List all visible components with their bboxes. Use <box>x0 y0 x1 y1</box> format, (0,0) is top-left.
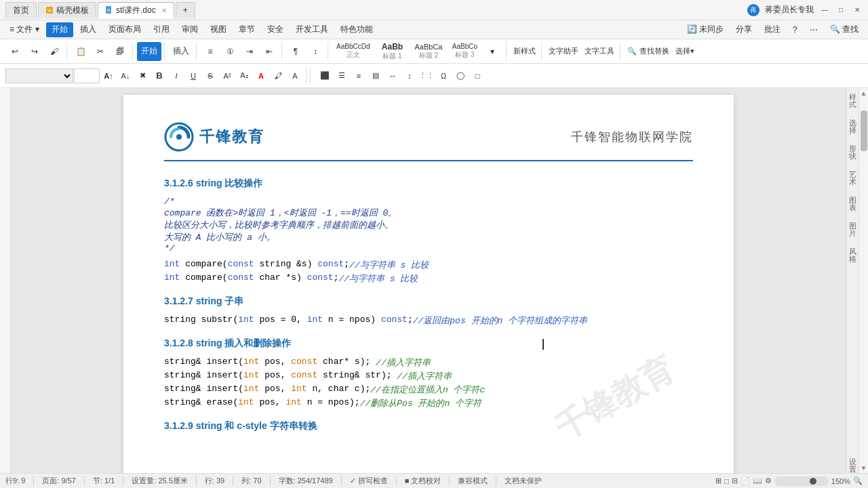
scroll-thumb[interactable] <box>861 110 867 151</box>
view-split-button[interactable]: ⊟ <box>732 476 738 485</box>
section-3126-title: 3.1.2.6 string 比较操作 <box>164 178 693 190</box>
right-panel-settings[interactable]: 设置 <box>849 458 856 473</box>
doc-area[interactable]: 千锋教育 千锋智能物联网学院 3.1.2.6 string 比较操作 /* co… <box>11 88 846 473</box>
format-painter-button[interactable]: 🖌 <box>45 42 64 61</box>
superscript-button[interactable]: A² <box>219 68 235 84</box>
minimize-button[interactable]: — <box>819 5 830 16</box>
menu-file[interactable]: ≡ 文件 ▾ <box>4 22 45 37</box>
menu-chapter[interactable]: 章节 <box>233 22 260 37</box>
zoom-icon[interactable]: 🔍 <box>853 476 863 485</box>
style-more-button[interactable]: ▾ <box>483 42 502 61</box>
paragraph-button[interactable]: ¶ <box>286 42 305 61</box>
style-heading2[interactable]: AaBbCa 标题 2 <box>410 41 446 62</box>
status-align[interactable]: ■ 文档校对 <box>405 476 441 486</box>
menu-features[interactable]: 特色功能 <box>335 22 378 37</box>
menu-security[interactable]: 安全 <box>262 22 289 37</box>
insert-button[interactable]: 插入 <box>169 42 193 61</box>
shapes-button[interactable]: ◯ <box>452 68 469 84</box>
bullet-list-button[interactable]: ≡ <box>201 42 220 61</box>
align-left-button[interactable]: ⬛ <box>317 68 333 84</box>
font-name-select[interactable] <box>5 68 73 83</box>
paste-button[interactable]: 📋 <box>71 42 90 61</box>
find-replace-button[interactable]: 🔍 查找替换 <box>625 42 671 61</box>
view-settings-button[interactable]: ⚙ <box>765 476 772 485</box>
italic-button[interactable]: I <box>168 68 184 84</box>
strikethrough-button[interactable]: S <box>202 68 218 84</box>
font-size-down-button[interactable]: A↓ <box>117 68 134 84</box>
sort-button[interactable]: ↕ <box>306 42 325 61</box>
distribute-button[interactable]: ↔ <box>384 68 401 84</box>
tab-template[interactable]: W 稿壳模板 <box>38 2 96 18</box>
redo-button[interactable]: ↪ <box>25 42 44 61</box>
begin-tab-button[interactable]: 开始 <box>137 42 161 61</box>
menu-sync[interactable]: 🔄 未同步 <box>682 22 729 37</box>
svg-text:W: W <box>47 8 52 13</box>
highlight-button[interactable]: 🖍 <box>270 68 286 84</box>
status-spell[interactable]: ✓ 拼写检查 <box>350 476 388 486</box>
menu-view[interactable]: 视图 <box>205 22 232 37</box>
copy-button[interactable]: 🗐 <box>111 42 130 61</box>
menu-review[interactable]: 审阅 <box>176 22 203 37</box>
columns-button[interactable]: ⋮⋮ <box>418 68 435 84</box>
right-panel-shape[interactable]: 形状 <box>849 145 856 160</box>
clear-format-button[interactable]: ✖ <box>134 68 151 84</box>
watermark-button[interactable]: □ <box>469 68 486 84</box>
tab-doc[interactable]: W stl课件.doc ✕ <box>98 2 174 18</box>
font-size-input[interactable] <box>74 68 100 83</box>
text-tool-button[interactable]: 文字工具 <box>582 42 617 61</box>
maximize-button[interactable]: □ <box>835 5 846 16</box>
subscript-button[interactable]: A₂ <box>236 68 252 84</box>
menu-page-layout[interactable]: 页面布局 <box>103 22 146 37</box>
undo-button[interactable]: ↩ <box>5 42 24 61</box>
menu-insert[interactable]: 插入 <box>75 22 102 37</box>
menu-search[interactable]: 🔍 查找 <box>825 22 864 37</box>
right-panel-chart[interactable]: 图表 <box>849 197 856 211</box>
cut-button[interactable]: ✂ <box>91 42 110 61</box>
align-right-button[interactable]: ▤ <box>368 68 384 84</box>
menu-reference[interactable]: 引用 <box>148 22 175 37</box>
tab-doc-close[interactable]: ✕ <box>161 7 167 14</box>
menu-annotation[interactable]: 批注 <box>759 22 786 37</box>
menu-more[interactable]: ⋯ <box>804 22 823 37</box>
close-button[interactable]: ✕ <box>852 5 863 16</box>
font-color-button[interactable]: A <box>253 68 269 84</box>
align-center-button[interactable]: ☰ <box>334 68 350 84</box>
title-bar: 首页 W 稿壳模板 W stl课件.doc ✕ + 蒋 蒋委员长专我 — □ ✕ <box>0 0 868 20</box>
bold-button[interactable]: B <box>151 68 167 84</box>
scroll-down-button[interactable]: ▼ <box>859 464 868 473</box>
select-button[interactable]: 选择▾ <box>673 42 697 61</box>
line-spacing-button[interactable]: ↕ <box>401 68 418 84</box>
text-shadow-button[interactable]: A <box>287 68 303 84</box>
menu-share[interactable]: 分享 <box>730 22 757 37</box>
menu-dev[interactable]: 开发工具 <box>290 22 334 37</box>
menu-start[interactable]: 开始 <box>46 22 73 37</box>
font-size-up-button[interactable]: A↑ <box>100 68 117 84</box>
style-heading3[interactable]: AaBbCo 标题 3 <box>448 41 481 62</box>
new-style-button[interactable]: 新样式 <box>511 42 538 61</box>
indent-increase-button[interactable]: ⇥ <box>240 42 259 61</box>
scroll-up-button[interactable]: ▲ <box>859 88 868 97</box>
style-heading1[interactable]: AaBb 标题 1 <box>375 41 409 62</box>
add-tab-button[interactable]: + <box>176 2 195 18</box>
view-grid-button[interactable]: ⊞ <box>715 476 722 485</box>
view-window-button[interactable]: □ <box>724 477 729 485</box>
indent-decrease-button[interactable]: ⇤ <box>260 42 279 61</box>
section-3128: 3.1.2.8 string 插入和删除操作 string& insert( i… <box>164 338 693 409</box>
view-page-button[interactable]: 📄 <box>741 476 750 485</box>
underline-button[interactable]: U <box>185 68 201 84</box>
right-panel-wind[interactable]: 风格 <box>849 248 856 263</box>
tab-home[interactable]: 首页 <box>5 2 37 18</box>
scrollbar[interactable]: ▲ ▼ <box>859 88 868 473</box>
menu-help[interactable]: ? <box>787 22 803 37</box>
numbered-list-button[interactable]: ① <box>220 42 239 61</box>
right-panel-picture[interactable]: 图片 <box>849 222 856 237</box>
right-panel-select[interactable]: 选择 <box>849 119 856 134</box>
special-char-button[interactable]: Ω <box>435 68 452 84</box>
right-panel-art[interactable]: 艺术 <box>849 171 856 186</box>
zoom-slider[interactable] <box>774 476 829 486</box>
justify-button[interactable]: ≡ <box>351 68 367 84</box>
view-book-button[interactable]: 📖 <box>753 476 762 485</box>
right-panel-style[interactable]: 样式 <box>849 94 856 108</box>
style-normal[interactable]: AaBbCcDd 正文 <box>332 41 374 62</box>
text-assist-button[interactable]: 文字助手 <box>546 42 581 61</box>
